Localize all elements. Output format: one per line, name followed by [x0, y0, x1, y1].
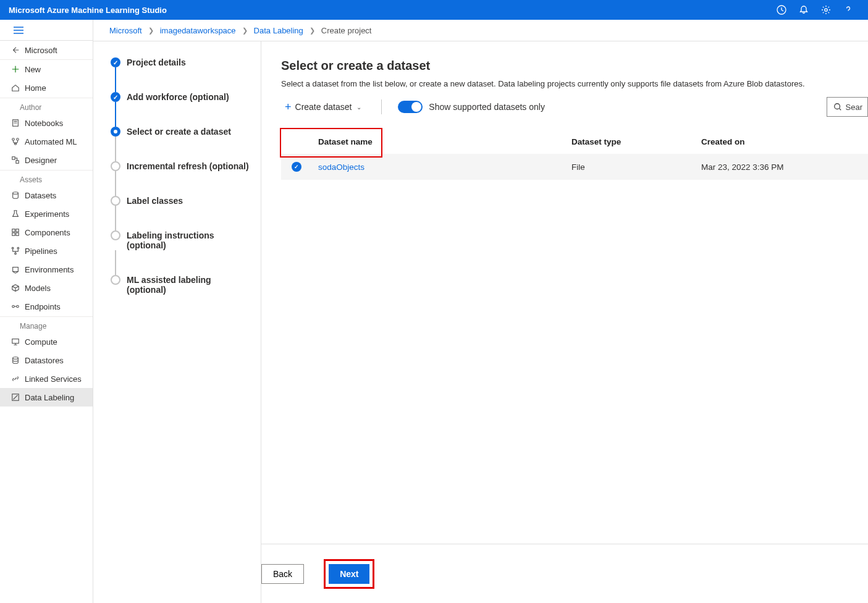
- nav-label: Automated ML: [25, 137, 86, 146]
- svg-rect-6: [12, 157, 15, 159]
- nav-components[interactable]: Components: [0, 223, 93, 242]
- nav-label: Endpoints: [25, 302, 86, 311]
- nav-label: Environments: [25, 265, 86, 274]
- nav-compute[interactable]: Compute: [0, 332, 93, 351]
- breadcrumb-item[interactable]: Data Labeling: [254, 26, 303, 35]
- nav-notebooks[interactable]: Notebooks: [0, 114, 93, 132]
- svg-point-18: [17, 305, 19, 308]
- endpoints-icon: [11, 302, 25, 311]
- create-dataset-label: Create dataset: [295, 102, 352, 112]
- step-label: Labeling instructions (optional): [127, 230, 252, 250]
- toolbar-divider: [381, 99, 382, 114]
- nav-label: Designer: [25, 156, 86, 165]
- back-button[interactable]: Back: [261, 564, 304, 584]
- nav-datastores[interactable]: Datastores: [0, 351, 93, 369]
- row-selected-icon[interactable]: [292, 162, 301, 172]
- svg-rect-16: [13, 268, 19, 272]
- step-connector: [115, 171, 116, 196]
- nav-label: Pipelines: [25, 247, 86, 256]
- nav-datasets[interactable]: Datasets: [0, 186, 93, 205]
- nav-new[interactable]: New: [0, 60, 93, 78]
- breadcrumb-item[interactable]: Microsoft: [109, 26, 142, 35]
- chevron-down-icon: ⌄: [356, 104, 361, 111]
- environments-icon: [11, 265, 25, 274]
- step-label-classes[interactable]: Label classes: [111, 196, 252, 206]
- next-button[interactable]: Next: [329, 564, 369, 584]
- step-incremental-refresh[interactable]: Incremental refresh (optional): [111, 161, 252, 171]
- step-connector: [115, 102, 116, 127]
- nav-environments[interactable]: Environments: [0, 260, 93, 279]
- svg-rect-7: [16, 161, 19, 163]
- hamburger-icon[interactable]: [0, 20, 93, 41]
- chevron-right-icon: ❯: [310, 27, 315, 35]
- create-dataset-button[interactable]: + Create dataset ⌄: [281, 98, 365, 116]
- dataset-link[interactable]: sodaObjects: [318, 162, 364, 172]
- search-input[interactable]: Sear: [827, 97, 868, 117]
- help-icon[interactable]: [837, 0, 859, 20]
- datasets-icon: [11, 191, 25, 200]
- step-connector: [115, 67, 116, 92]
- nav-automated-ml[interactable]: Automated ML: [0, 132, 93, 151]
- experiments-icon: [11, 209, 25, 218]
- col-created-on[interactable]: Created on: [701, 137, 868, 146]
- step-connector: [115, 206, 116, 230]
- dataset-toolbar: + Create dataset ⌄ Show supported datase…: [281, 96, 868, 118]
- svg-point-17: [12, 305, 15, 308]
- datastores-icon: [11, 356, 25, 365]
- linked-services-icon: [11, 374, 25, 383]
- wizard-footer: Back Next: [261, 544, 868, 603]
- col-dataset-type[interactable]: Dataset type: [571, 137, 701, 146]
- nav-back-directory[interactable]: Microsoft: [0, 41, 93, 59]
- nav-linked-services[interactable]: Linked Services: [0, 369, 93, 388]
- nav-label: Linked Services: [25, 374, 86, 384]
- pipelines-icon: [11, 247, 25, 255]
- svg-point-20: [13, 357, 19, 360]
- automl-icon: [11, 137, 25, 146]
- step-connector: [115, 137, 116, 161]
- search-placeholder: Sear: [846, 103, 862, 112]
- nav-pipelines[interactable]: Pipelines: [0, 242, 93, 260]
- nav-section-manage: Manage: [0, 316, 93, 332]
- step-label: ML assisted labeling (optional): [127, 275, 252, 295]
- annotation-highlight: Next: [324, 559, 374, 589]
- step-project-details[interactable]: Project details: [111, 57, 252, 67]
- svg-rect-10: [16, 229, 19, 232]
- table-row[interactable]: sodaObjects File Mar 23, 2022 3:36 PM: [281, 154, 868, 180]
- notifications-icon[interactable]: [793, 0, 815, 20]
- nav-section-author: Author: [0, 98, 93, 114]
- svg-point-13: [12, 247, 14, 249]
- nav-endpoints[interactable]: Endpoints: [0, 297, 93, 316]
- models-icon: [11, 284, 25, 292]
- step-labeling-instructions[interactable]: Labeling instructions (optional): [111, 230, 252, 250]
- svg-point-15: [15, 253, 17, 255]
- chevron-right-icon: ❯: [148, 27, 154, 35]
- nav-label: Experiments: [25, 209, 86, 219]
- nav-data-labeling[interactable]: Data Labeling: [0, 388, 93, 407]
- nav-label: Notebooks: [25, 119, 86, 128]
- settings-icon[interactable]: [815, 0, 837, 20]
- step-select-dataset[interactable]: Select or create a dataset: [111, 127, 252, 137]
- svg-rect-9: [12, 229, 15, 232]
- nav-label: Models: [25, 284, 86, 293]
- home-icon: [11, 83, 25, 92]
- annotation-highlight: [280, 128, 382, 158]
- svg-rect-11: [12, 233, 15, 235]
- nav-label: Datasets: [25, 191, 86, 200]
- supported-datasets-toggle[interactable]: [398, 101, 423, 113]
- svg-point-3: [12, 138, 15, 141]
- nav-label: Compute: [25, 337, 86, 347]
- step-label: Project details: [127, 57, 186, 67]
- nav-experiments[interactable]: Experiments: [0, 205, 93, 223]
- step-add-workforce[interactable]: Add workforce (optional): [111, 92, 252, 102]
- recent-icon[interactable]: [770, 0, 793, 20]
- chevron-right-icon: ❯: [242, 27, 248, 35]
- nav-models[interactable]: Models: [0, 279, 93, 297]
- nav-designer[interactable]: Designer: [0, 151, 93, 169]
- svg-point-1: [825, 9, 827, 11]
- breadcrumb-item[interactable]: imagedataworkspace: [160, 26, 236, 35]
- nav-home[interactable]: Home: [0, 78, 93, 97]
- page-description: Select a dataset from the list below, or…: [281, 79, 868, 88]
- left-navigation: Microsoft New Home Author Notebooks Auto…: [0, 20, 93, 603]
- step-ml-assisted-labeling[interactable]: ML assisted labeling (optional): [111, 275, 252, 295]
- step-pending-icon: [111, 275, 120, 285]
